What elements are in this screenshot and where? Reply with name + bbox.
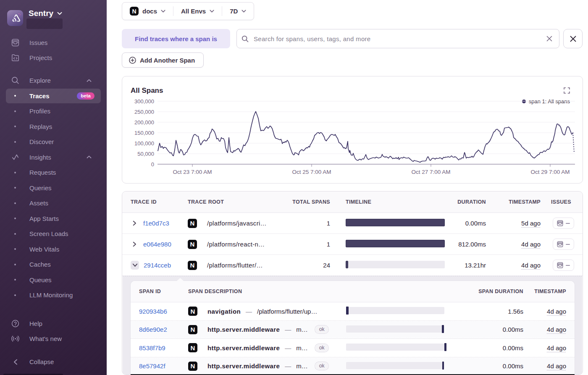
issues-cell[interactable]	[553, 260, 574, 271]
date-range-label: 7D	[230, 8, 238, 15]
sidebar-item-collapse[interactable]: Collapse	[0, 354, 107, 370]
col-timestamp[interactable]: TIMESTAMP	[486, 199, 541, 205]
sidebar-item-profiles[interactable]: Profiles	[0, 104, 107, 119]
x-tick-label: Oct 25 7:00 AM	[292, 169, 331, 175]
trace-id-link[interactable]: f1e0d7c3	[143, 220, 169, 227]
bullet-dot	[14, 248, 16, 250]
span-duration-value: 1.56s	[444, 308, 523, 315]
sidebar-item-queries[interactable]: Queries	[0, 180, 107, 196]
duration-value: 812.00ms	[445, 241, 486, 248]
line-chart[interactable]: 050,000100,000150,000200,000250,000300,0…	[122, 76, 583, 183]
y-tick-label: 50,000	[137, 151, 154, 157]
trace-id-link[interactable]: e064e980	[143, 241, 171, 248]
span-id-link[interactable]: 8d6e90e2	[139, 326, 167, 333]
col-total-spans[interactable]: TOTAL SPANS	[304, 199, 346, 205]
span-timestamp-value[interactable]: 4d ago	[547, 308, 566, 315]
sidebar-item-label: Collapse	[29, 358, 54, 365]
col-span-timestamp[interactable]: TIMESTAMP	[523, 288, 566, 294]
col-trace-id[interactable]: TRACE ID	[131, 199, 188, 205]
span-timeline-track	[346, 344, 444, 351]
issues-icon	[557, 220, 563, 226]
span-op: http.server.middleware	[207, 362, 280, 370]
collapse-trace-chevron[interactable]	[131, 261, 139, 270]
traces-table-panel: TRACE IDTRACE ROOTTOTAL SPANSTIMELINEDUR…	[122, 191, 583, 375]
span-timestamp-value[interactable]: 4d ago	[547, 362, 566, 370]
expand-trace-chevron[interactable]	[131, 219, 139, 227]
sidebar-item-replays[interactable]: Replays	[0, 119, 107, 134]
col-issues[interactable]: ISSUES	[541, 199, 574, 205]
sidebar-item-explore[interactable]: Explore	[0, 73, 107, 89]
sidebar-item-label: LLM Monitoring	[29, 291, 73, 299]
search-icon	[242, 35, 249, 42]
bullet-dot	[14, 202, 16, 204]
span-timestamp-value[interactable]: 4d ago	[547, 344, 566, 351]
timestamp-value[interactable]: 4d ago	[521, 241, 541, 248]
col-span-id[interactable]: SPAN ID	[139, 288, 188, 294]
sidebar-item-traces[interactable]: Tracesbeta	[0, 88, 107, 104]
sidebar-item-queues[interactable]: Queues	[0, 272, 107, 288]
sidebar-item-assets[interactable]: Assets	[0, 196, 107, 211]
remove-span-filter-button[interactable]	[563, 29, 583, 48]
bullet-dot	[14, 187, 16, 189]
duration-value: 0.00ms	[445, 220, 486, 227]
environment-selector[interactable]: All Envs	[173, 3, 222, 20]
duration-value: 13.21hr	[445, 262, 486, 269]
y-tick-label: 0	[151, 161, 154, 168]
col-timeline[interactable]: TIMELINE	[346, 199, 445, 205]
sidebar-item-insights[interactable]: Insights	[0, 149, 107, 165]
chevron-down-icon	[242, 10, 246, 13]
issues-icon	[557, 262, 563, 268]
span-id-link[interactable]: 8538f7b9	[139, 344, 165, 351]
sidebar-item-llm-monitoring[interactable]: LLM Monitoring	[0, 288, 107, 303]
timestamp-value[interactable]: 4d ago	[521, 262, 541, 269]
col-trace-root[interactable]: TRACE ROOT	[188, 199, 304, 205]
timeline-track	[346, 219, 445, 226]
issues-cell[interactable]	[553, 218, 574, 229]
span-id-link[interactable]: 920934b6	[139, 308, 167, 315]
sidebar-item-label: Traces	[29, 92, 50, 100]
chevron-up-icon	[87, 79, 92, 82]
sidebar-footer: HelpWhat's new	[0, 316, 107, 346]
nextjs-project-icon: N	[188, 362, 197, 371]
org-name: Sentry	[29, 9, 53, 18]
dash-separator: —	[244, 308, 254, 315]
span-timestamp-value[interactable]: 4d ago	[547, 326, 566, 333]
org-subtitle-placeholder	[26, 18, 63, 29]
issues-cell[interactable]	[553, 239, 574, 250]
col-span-duration[interactable]: SPAN DURATION	[444, 288, 523, 294]
col-duration[interactable]: DURATION	[445, 199, 486, 205]
span-id-link[interactable]: 8e57942f	[139, 362, 165, 370]
explore-icon	[11, 76, 19, 84]
span-row: 8e57942fNhttp.server.middleware—m…ok0.00…	[131, 357, 575, 375]
clear-search-icon[interactable]	[546, 35, 553, 42]
find-traces-label: Find traces where a span is	[122, 29, 230, 48]
span-timeline-track	[346, 325, 444, 333]
date-range-selector[interactable]: 7D	[222, 3, 254, 20]
sidebar-item-app-starts[interactable]: App Starts	[0, 211, 107, 226]
sidebar-item-discover[interactable]: Discover	[0, 134, 107, 150]
nextjs-project-icon: N	[188, 240, 197, 249]
project-selector[interactable]: N docs	[122, 3, 173, 20]
sidebar-item-help[interactable]: Help	[0, 316, 107, 331]
add-another-span-button[interactable]: Add Another Span	[122, 52, 204, 68]
sidebar-item-web-vitals[interactable]: Web Vitals	[0, 241, 107, 257]
nextjs-project-icon: N	[130, 7, 139, 16]
sentry-logo[interactable]	[7, 10, 23, 26]
sidebar-item-label: Insights	[29, 154, 51, 161]
sidebar-item-screen-loads[interactable]: Screen Loads	[0, 226, 107, 242]
org-switcher[interactable]: Sentry	[29, 9, 62, 18]
sidebar-item-what-s-new[interactable]: What's new	[0, 331, 107, 347]
sidebar-item-requests[interactable]: Requests	[0, 165, 107, 181]
expand-trace-chevron[interactable]	[131, 240, 139, 248]
timestamp-value[interactable]: 5d ago	[521, 220, 541, 227]
span-search-input[interactable]	[254, 35, 546, 42]
sidebar-item-label: Requests	[29, 169, 56, 176]
trace-id-link[interactable]: 2914cceb	[144, 262, 171, 269]
sidebar-item-caches[interactable]: Caches	[0, 257, 107, 273]
sidebar-item-projects[interactable]: Projects	[0, 50, 107, 66]
col-span-description[interactable]: SPAN DESCRIPTION	[188, 288, 345, 294]
span-timeline-segment	[346, 307, 349, 315]
traces-table-header: TRACE IDTRACE ROOTTOTAL SPANSTIMELINEDUR…	[122, 191, 583, 213]
sidebar-item-issues[interactable]: Issues	[0, 35, 107, 50]
whats-new-icon	[11, 335, 19, 343]
